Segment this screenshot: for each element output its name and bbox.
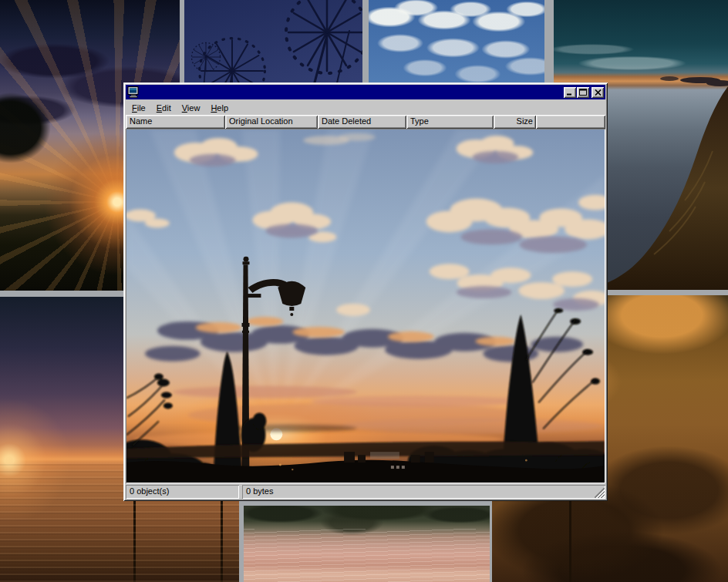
menu-help[interactable]: Help bbox=[205, 102, 234, 114]
titlebar[interactable] bbox=[126, 85, 605, 99]
maximize-button[interactable] bbox=[577, 87, 589, 98]
menu-file[interactable]: File bbox=[126, 102, 151, 114]
statusbar: 0 object(s) 0 bytes bbox=[126, 485, 605, 499]
menu-view[interactable]: View bbox=[177, 102, 206, 114]
column-header-blank[interactable] bbox=[536, 115, 605, 129]
resize-grip[interactable] bbox=[595, 488, 605, 498]
column-header-date-deleted[interactable]: Date Deleted bbox=[318, 115, 406, 129]
column-header-original-location[interactable]: Original Location bbox=[225, 115, 318, 129]
close-button[interactable] bbox=[592, 87, 604, 98]
desktop: File Edit View Help Name Original Locati… bbox=[0, 0, 728, 582]
column-header-size[interactable]: Size bbox=[494, 115, 536, 129]
menubar: File Edit View Help bbox=[126, 100, 605, 115]
minimize-icon bbox=[566, 89, 574, 96]
status-size: 0 bytes bbox=[242, 485, 605, 499]
window-controls bbox=[563, 87, 604, 98]
column-header-name[interactable]: Name bbox=[126, 115, 225, 129]
status-object-count: 0 object(s) bbox=[126, 485, 239, 499]
list-view-photo-background[interactable] bbox=[126, 129, 605, 483]
sunset-lamp-photo bbox=[126, 130, 605, 483]
background-photo-water-reflection bbox=[244, 506, 490, 582]
minimize-button[interactable] bbox=[564, 87, 576, 98]
column-header-type[interactable]: Type bbox=[406, 115, 494, 129]
water-pole bbox=[221, 496, 223, 582]
computer-icon bbox=[127, 86, 140, 98]
menu-edit[interactable]: Edit bbox=[151, 102, 177, 114]
close-icon bbox=[595, 89, 602, 96]
water-pole bbox=[133, 487, 136, 582]
maximize-icon bbox=[579, 89, 587, 96]
recycle-bin-window: File Edit View Help Name Original Locati… bbox=[123, 82, 608, 501]
column-headers: Name Original Location Date Deleted Type… bbox=[126, 115, 605, 129]
